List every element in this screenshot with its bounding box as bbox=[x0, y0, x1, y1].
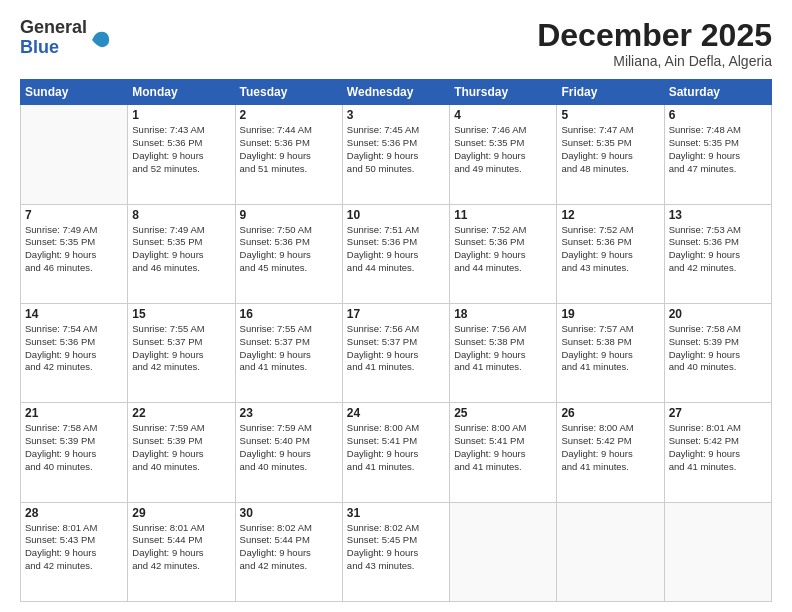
day-info: Sunrise: 8:00 AMSunset: 5:41 PMDaylight:… bbox=[347, 422, 445, 473]
table-row: 6Sunrise: 7:48 AMSunset: 5:35 PMDaylight… bbox=[664, 105, 771, 204]
day-info: Sunrise: 7:59 AMSunset: 5:39 PMDaylight:… bbox=[132, 422, 230, 473]
day-number: 11 bbox=[454, 208, 552, 222]
col-friday: Friday bbox=[557, 80, 664, 105]
day-info: Sunrise: 7:43 AMSunset: 5:36 PMDaylight:… bbox=[132, 124, 230, 175]
location: Miliana, Ain Defla, Algeria bbox=[537, 53, 772, 69]
title-block: December 2025 Miliana, Ain Defla, Algeri… bbox=[537, 18, 772, 69]
table-row bbox=[450, 502, 557, 601]
day-info: Sunrise: 7:45 AMSunset: 5:36 PMDaylight:… bbox=[347, 124, 445, 175]
day-number: 12 bbox=[561, 208, 659, 222]
table-row bbox=[664, 502, 771, 601]
table-row: 30Sunrise: 8:02 AMSunset: 5:44 PMDayligh… bbox=[235, 502, 342, 601]
day-number: 19 bbox=[561, 307, 659, 321]
day-info: Sunrise: 8:02 AMSunset: 5:44 PMDaylight:… bbox=[240, 522, 338, 573]
day-number: 30 bbox=[240, 506, 338, 520]
day-info: Sunrise: 7:52 AMSunset: 5:36 PMDaylight:… bbox=[454, 224, 552, 275]
table-row: 14Sunrise: 7:54 AMSunset: 5:36 PMDayligh… bbox=[21, 303, 128, 402]
day-info: Sunrise: 7:56 AMSunset: 5:38 PMDaylight:… bbox=[454, 323, 552, 374]
table-row: 4Sunrise: 7:46 AMSunset: 5:35 PMDaylight… bbox=[450, 105, 557, 204]
table-row: 1Sunrise: 7:43 AMSunset: 5:36 PMDaylight… bbox=[128, 105, 235, 204]
day-number: 6 bbox=[669, 108, 767, 122]
day-number: 29 bbox=[132, 506, 230, 520]
day-info: Sunrise: 7:59 AMSunset: 5:40 PMDaylight:… bbox=[240, 422, 338, 473]
logo-icon bbox=[90, 28, 112, 50]
col-monday: Monday bbox=[128, 80, 235, 105]
day-info: Sunrise: 7:54 AMSunset: 5:36 PMDaylight:… bbox=[25, 323, 123, 374]
calendar-week-3: 14Sunrise: 7:54 AMSunset: 5:36 PMDayligh… bbox=[21, 303, 772, 402]
col-wednesday: Wednesday bbox=[342, 80, 449, 105]
table-row: 18Sunrise: 7:56 AMSunset: 5:38 PMDayligh… bbox=[450, 303, 557, 402]
table-row: 29Sunrise: 8:01 AMSunset: 5:44 PMDayligh… bbox=[128, 502, 235, 601]
col-thursday: Thursday bbox=[450, 80, 557, 105]
day-number: 2 bbox=[240, 108, 338, 122]
table-row: 26Sunrise: 8:00 AMSunset: 5:42 PMDayligh… bbox=[557, 403, 664, 502]
calendar-week-5: 28Sunrise: 8:01 AMSunset: 5:43 PMDayligh… bbox=[21, 502, 772, 601]
calendar-week-2: 7Sunrise: 7:49 AMSunset: 5:35 PMDaylight… bbox=[21, 204, 772, 303]
table-row: 21Sunrise: 7:58 AMSunset: 5:39 PMDayligh… bbox=[21, 403, 128, 502]
day-number: 23 bbox=[240, 406, 338, 420]
logo-general-text: General bbox=[20, 18, 87, 38]
day-number: 22 bbox=[132, 406, 230, 420]
day-number: 21 bbox=[25, 406, 123, 420]
day-info: Sunrise: 7:52 AMSunset: 5:36 PMDaylight:… bbox=[561, 224, 659, 275]
table-row: 3Sunrise: 7:45 AMSunset: 5:36 PMDaylight… bbox=[342, 105, 449, 204]
day-info: Sunrise: 8:00 AMSunset: 5:41 PMDaylight:… bbox=[454, 422, 552, 473]
table-row: 13Sunrise: 7:53 AMSunset: 5:36 PMDayligh… bbox=[664, 204, 771, 303]
day-info: Sunrise: 7:44 AMSunset: 5:36 PMDaylight:… bbox=[240, 124, 338, 175]
table-row: 16Sunrise: 7:55 AMSunset: 5:37 PMDayligh… bbox=[235, 303, 342, 402]
table-row: 31Sunrise: 8:02 AMSunset: 5:45 PMDayligh… bbox=[342, 502, 449, 601]
day-number: 13 bbox=[669, 208, 767, 222]
table-row: 27Sunrise: 8:01 AMSunset: 5:42 PMDayligh… bbox=[664, 403, 771, 502]
day-info: Sunrise: 7:47 AMSunset: 5:35 PMDaylight:… bbox=[561, 124, 659, 175]
day-info: Sunrise: 7:48 AMSunset: 5:35 PMDaylight:… bbox=[669, 124, 767, 175]
table-row: 5Sunrise: 7:47 AMSunset: 5:35 PMDaylight… bbox=[557, 105, 664, 204]
day-number: 3 bbox=[347, 108, 445, 122]
table-row: 19Sunrise: 7:57 AMSunset: 5:38 PMDayligh… bbox=[557, 303, 664, 402]
day-number: 15 bbox=[132, 307, 230, 321]
day-number: 9 bbox=[240, 208, 338, 222]
day-info: Sunrise: 7:53 AMSunset: 5:36 PMDaylight:… bbox=[669, 224, 767, 275]
table-row: 12Sunrise: 7:52 AMSunset: 5:36 PMDayligh… bbox=[557, 204, 664, 303]
table-row: 10Sunrise: 7:51 AMSunset: 5:36 PMDayligh… bbox=[342, 204, 449, 303]
col-sunday: Sunday bbox=[21, 80, 128, 105]
col-tuesday: Tuesday bbox=[235, 80, 342, 105]
col-saturday: Saturday bbox=[664, 80, 771, 105]
day-info: Sunrise: 7:49 AMSunset: 5:35 PMDaylight:… bbox=[25, 224, 123, 275]
table-row: 8Sunrise: 7:49 AMSunset: 5:35 PMDaylight… bbox=[128, 204, 235, 303]
table-row bbox=[557, 502, 664, 601]
day-info: Sunrise: 7:58 AMSunset: 5:39 PMDaylight:… bbox=[25, 422, 123, 473]
calendar-table: Sunday Monday Tuesday Wednesday Thursday… bbox=[20, 79, 772, 602]
table-row: 22Sunrise: 7:59 AMSunset: 5:39 PMDayligh… bbox=[128, 403, 235, 502]
table-row: 25Sunrise: 8:00 AMSunset: 5:41 PMDayligh… bbox=[450, 403, 557, 502]
table-row: 28Sunrise: 8:01 AMSunset: 5:43 PMDayligh… bbox=[21, 502, 128, 601]
day-info: Sunrise: 7:50 AMSunset: 5:36 PMDaylight:… bbox=[240, 224, 338, 275]
table-row: 7Sunrise: 7:49 AMSunset: 5:35 PMDaylight… bbox=[21, 204, 128, 303]
day-number: 17 bbox=[347, 307, 445, 321]
calendar-week-1: 1Sunrise: 7:43 AMSunset: 5:36 PMDaylight… bbox=[21, 105, 772, 204]
day-info: Sunrise: 8:02 AMSunset: 5:45 PMDaylight:… bbox=[347, 522, 445, 573]
table-row: 24Sunrise: 8:00 AMSunset: 5:41 PMDayligh… bbox=[342, 403, 449, 502]
day-info: Sunrise: 7:56 AMSunset: 5:37 PMDaylight:… bbox=[347, 323, 445, 374]
table-row: 11Sunrise: 7:52 AMSunset: 5:36 PMDayligh… bbox=[450, 204, 557, 303]
day-number: 7 bbox=[25, 208, 123, 222]
day-number: 28 bbox=[25, 506, 123, 520]
day-number: 10 bbox=[347, 208, 445, 222]
table-row bbox=[21, 105, 128, 204]
table-row: 9Sunrise: 7:50 AMSunset: 5:36 PMDaylight… bbox=[235, 204, 342, 303]
day-info: Sunrise: 7:55 AMSunset: 5:37 PMDaylight:… bbox=[240, 323, 338, 374]
table-row: 20Sunrise: 7:58 AMSunset: 5:39 PMDayligh… bbox=[664, 303, 771, 402]
day-number: 14 bbox=[25, 307, 123, 321]
logo: General Blue bbox=[20, 18, 112, 58]
table-row: 23Sunrise: 7:59 AMSunset: 5:40 PMDayligh… bbox=[235, 403, 342, 502]
month-title: December 2025 bbox=[537, 18, 772, 53]
day-info: Sunrise: 7:46 AMSunset: 5:35 PMDaylight:… bbox=[454, 124, 552, 175]
table-row: 15Sunrise: 7:55 AMSunset: 5:37 PMDayligh… bbox=[128, 303, 235, 402]
day-number: 25 bbox=[454, 406, 552, 420]
logo-blue-text: Blue bbox=[20, 38, 87, 58]
table-row: 2Sunrise: 7:44 AMSunset: 5:36 PMDaylight… bbox=[235, 105, 342, 204]
day-number: 31 bbox=[347, 506, 445, 520]
day-info: Sunrise: 7:58 AMSunset: 5:39 PMDaylight:… bbox=[669, 323, 767, 374]
day-info: Sunrise: 7:51 AMSunset: 5:36 PMDaylight:… bbox=[347, 224, 445, 275]
day-number: 16 bbox=[240, 307, 338, 321]
day-number: 24 bbox=[347, 406, 445, 420]
